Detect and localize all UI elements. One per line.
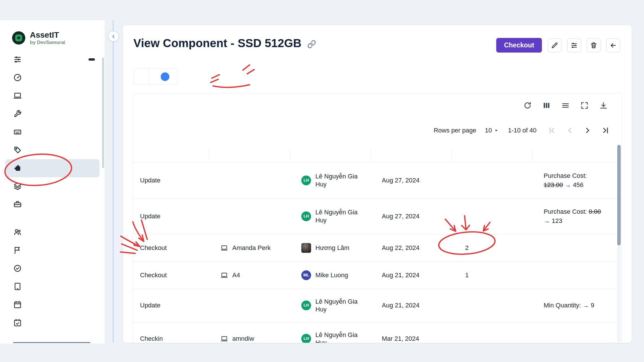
sidebar-item-pre-defined-kits[interactable]: [5, 195, 99, 213]
cell-target: [209, 172, 290, 189]
changed-text: Min Quantity: → 9: [544, 301, 594, 310]
download-icon[interactable]: [599, 101, 608, 110]
sidebar-item-loans[interactable]: [5, 314, 99, 332]
table-toolbar: [133, 94, 622, 110]
cell-changed: Purchase Cost: 0.00 → 123: [532, 199, 622, 234]
cell-changed: [532, 267, 622, 284]
laptop-icon: [221, 272, 228, 279]
chevron-down-icon: [493, 127, 499, 134]
sidebar-item-people[interactable]: [5, 223, 99, 241]
cell-date: Aug 21, 2024: [370, 263, 451, 288]
tag-icon: [13, 146, 22, 154]
table-scrollbar: [617, 145, 621, 342]
cell-updated-by: LHLê Nguyễn Gia Huy: [290, 322, 370, 343]
sidebar-badge: [89, 58, 95, 61]
rows-per-page-select[interactable]: 10: [485, 127, 499, 134]
cell-updated-by: LHLê Nguyễn Gia Huy: [290, 200, 370, 233]
cell-changed: Min Quantity: → 9: [532, 292, 622, 319]
sidebar-item-asset-maintenance[interactable]: [5, 105, 99, 123]
cell-quantity: [451, 297, 532, 314]
user-name: Lê Nguyễn Gia Huy: [315, 208, 361, 224]
delete-button[interactable]: [587, 38, 601, 52]
edit-button[interactable]: [548, 38, 561, 52]
sidebar-item-inventories[interactable]: [5, 51, 99, 69]
sidebar-item-consumables[interactable]: [5, 177, 99, 195]
brand-name: AssetIT: [30, 31, 65, 40]
puzzle-icon: [13, 164, 22, 172]
app-logo-icon: [12, 31, 25, 45]
cell-updated-by: Hương Lâm: [290, 234, 370, 261]
table-row: Checkout A4 MLMike Luong Aug 21, 2024 1: [133, 262, 622, 289]
history-table-panel: Rows per page 10 1-10 of 40 Updat: [133, 93, 622, 343]
keyboard-icon: [13, 128, 22, 136]
gauge-icon: [13, 73, 22, 82]
cell-quantity: [451, 172, 532, 189]
next-page-button[interactable]: [582, 125, 593, 136]
user-name: Lê Nguyễn Gia Huy: [315, 298, 361, 313]
first-page-button[interactable]: [546, 125, 558, 136]
back-button[interactable]: [606, 38, 620, 52]
laptop-icon: [221, 335, 228, 342]
cell-target: amndiw: [209, 326, 290, 343]
settings-sliders-button[interactable]: [567, 38, 581, 52]
cell-updated-by: LHLê Nguyễn Gia Huy: [290, 164, 370, 197]
columns-icon[interactable]: [542, 101, 551, 110]
refresh-icon[interactable]: [523, 101, 532, 110]
cell-changed: [532, 330, 622, 343]
people-icon: [13, 228, 22, 236]
table-row: Update LHLê Nguyễn Gia Huy Aug 27, 2024 …: [133, 199, 622, 234]
sidebar-item-accessories[interactable]: [5, 123, 99, 141]
cell-action: Checkin: [133, 326, 209, 343]
badge-check-icon: [13, 264, 22, 273]
target-name: amndiw: [232, 335, 254, 343]
page-title: View Component - SSD 512GB: [133, 37, 302, 50]
user-name: Lê Nguyễn Gia Huy: [315, 331, 361, 343]
toolbox-icon: [13, 200, 22, 209]
cell-updated-by: MLMike Luong: [290, 262, 370, 289]
sidebar-divider: [13, 342, 90, 343]
tablet-icon: [13, 282, 22, 291]
sidebar-collapse-button[interactable]: [108, 31, 119, 42]
sidebar-item-reservations[interactable]: [5, 296, 99, 314]
cell-action: Checkout: [133, 263, 209, 288]
copy-link-icon[interactable]: [307, 40, 316, 49]
tab-info[interactable]: [133, 69, 150, 85]
layers-icon: [13, 182, 22, 190]
sidebar-scrollbar[interactable]: [102, 57, 104, 168]
avatar-initials: LH: [301, 301, 311, 310]
sidebar-item-dashboard[interactable]: [5, 69, 99, 87]
cell-quantity: 1: [451, 263, 532, 288]
last-page-button[interactable]: [600, 125, 611, 136]
table-row: Checkout Amanda Perk Hương Lâm Aug 22, 2…: [133, 234, 622, 262]
previous-page-button[interactable]: [564, 125, 576, 136]
sidebar-item-asset-booking[interactable]: [5, 278, 99, 296]
checkout-button[interactable]: Checkout: [496, 38, 542, 53]
cell-target: [209, 208, 290, 225]
fullscreen-icon[interactable]: [580, 101, 589, 110]
wrench-icon: [13, 109, 22, 118]
cell-action: Update: [133, 168, 209, 193]
cell-date: Aug 21, 2024: [370, 293, 451, 318]
cell-quantity: [451, 208, 532, 225]
table-header-row: [133, 146, 622, 163]
sidebar-item-assets[interactable]: [5, 87, 99, 105]
avatar-initials: LH: [301, 334, 311, 343]
rows-per-page-label: Rows per page: [434, 127, 476, 134]
cell-changed: Purchase Cost: 123.00 → 456: [532, 163, 622, 198]
column-header-actions: [133, 149, 209, 159]
target-name: Amanda Perk: [232, 244, 271, 252]
used-by-count-badge: [161, 72, 169, 81]
density-icon[interactable]: [561, 101, 570, 110]
cell-target: Amanda Perk: [209, 235, 290, 261]
sidebar-item-custody-verification[interactable]: [5, 259, 99, 278]
laptop-icon: [221, 244, 228, 252]
sidebar-item-reports[interactable]: [5, 241, 99, 259]
tab-used-by[interactable]: [150, 69, 177, 85]
sidebar-item-components[interactable]: [5, 159, 99, 177]
pagination-range: 1-10 of 40: [508, 127, 536, 134]
pagination-bar: Rows per page 10 1-10 of 40: [133, 110, 622, 137]
tab-history[interactable]: [177, 69, 193, 85]
cell-quantity: [451, 330, 532, 343]
sidebar-item-licenses[interactable]: [5, 141, 99, 159]
table-scrollbar-thumb[interactable]: [617, 145, 621, 245]
